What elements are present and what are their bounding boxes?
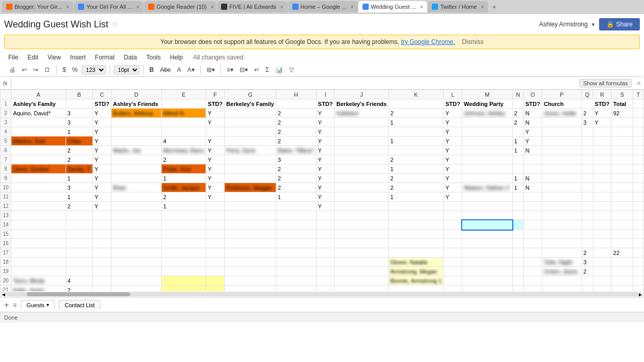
cell-r6-c12[interactable]	[462, 146, 512, 155]
cell-r11-c18[interactable]	[611, 192, 633, 202]
cell-r19-c1[interactable]	[66, 267, 92, 276]
cell-r3-c4[interactable]	[162, 118, 206, 127]
sum-button[interactable]: Σ	[263, 65, 271, 74]
cell-r16-c10[interactable]	[388, 239, 444, 248]
cell-r15-c6[interactable]	[225, 230, 276, 239]
chart-button[interactable]: 📊	[273, 65, 285, 74]
cell-r21-c16[interactable]	[582, 285, 593, 292]
menu-file[interactable]: File	[4, 52, 22, 63]
cell-r6-c4[interactable]: Morrissey, Barry	[162, 146, 206, 155]
cell-r17-c4[interactable]	[162, 248, 206, 258]
cell-r3-c13[interactable]: 2	[512, 118, 524, 127]
cell-r1-c14[interactable]: STD?	[524, 99, 542, 109]
tab-yourgirl-close[interactable]: ×	[136, 4, 139, 10]
cell-r21-c9[interactable]	[335, 285, 388, 292]
cell-r18-c1[interactable]	[66, 258, 92, 267]
col-header-o[interactable]: O	[524, 90, 542, 99]
col-header-t[interactable]: T	[633, 90, 643, 99]
cell-r7-c16[interactable]	[582, 155, 593, 164]
user-dropdown-icon[interactable]: ▾	[592, 21, 595, 28]
cell-r17-c11[interactable]	[444, 248, 462, 258]
cell-r6-c17[interactable]	[593, 146, 611, 155]
filter-button[interactable]: ▽	[287, 65, 296, 74]
redo-button[interactable]: ↪	[31, 65, 40, 74]
tab-blogger-close[interactable]: ×	[66, 4, 69, 10]
undo-button[interactable]: ↩	[20, 65, 29, 74]
cell-r8-c19[interactable]	[633, 164, 643, 174]
cell-r2-c6[interactable]	[225, 109, 276, 118]
menu-insert[interactable]: Insert	[66, 52, 90, 63]
col-header-i[interactable]: I	[316, 90, 335, 99]
cell-r17-c3[interactable]	[111, 248, 161, 258]
cell-r16-c4[interactable]	[162, 239, 206, 248]
cell-r15-c4[interactable]	[162, 230, 206, 239]
cell-r20-c15[interactable]	[542, 276, 582, 285]
cell-r15-c9[interactable]	[335, 230, 388, 239]
cell-r10-c12[interactable]: Watson, Nathan 2	[462, 183, 512, 192]
cell-r15-c8[interactable]	[316, 230, 335, 239]
cell-r14-c18[interactable]	[611, 220, 633, 230]
cell-r20-c11[interactable]	[444, 276, 462, 285]
cell-r21-c6[interactable]	[225, 285, 276, 292]
sheet-guests-dropdown[interactable]: ▾	[46, 302, 49, 308]
border-button[interactable]: ⊞▾	[205, 65, 217, 74]
new-tab-button[interactable]: +	[489, 1, 500, 12]
col-header-g[interactable]: G	[225, 90, 276, 99]
cell-r11-c14[interactable]	[524, 192, 542, 202]
cell-r5-c18[interactable]	[611, 137, 633, 146]
cell-r10-c1[interactable]: 3	[66, 183, 92, 192]
grid-scroll-area[interactable]: A B C D E F G H I J K L M N O P Q R S T	[0, 89, 644, 291]
cell-r14-c19[interactable]	[633, 220, 643, 230]
cell-r20-c17[interactable]	[593, 276, 611, 285]
cell-r7-c5[interactable]: Y	[206, 155, 225, 164]
cell-r17-c10[interactable]	[388, 248, 444, 258]
cell-r18-c6[interactable]	[225, 258, 276, 267]
cell-r17-c19[interactable]	[633, 248, 643, 258]
tab-five[interactable]: FIVE | Ali Edwards ×	[217, 1, 288, 12]
cell-r17-c12[interactable]	[462, 248, 512, 258]
cell-r8-c9[interactable]	[335, 164, 388, 174]
cell-r1-c13[interactable]	[512, 99, 524, 109]
tab-reader[interactable]: Google Reader (10) ×	[144, 1, 216, 12]
cell-r8-c10[interactable]: 1	[388, 164, 444, 174]
cell-r10-c19[interactable]	[633, 183, 643, 192]
cell-r14-c5[interactable]	[206, 220, 225, 230]
cell-r14-c0[interactable]	[11, 220, 66, 230]
cell-r3-c10[interactable]: 1	[388, 118, 444, 127]
cell-r18-c16[interactable]: 3	[582, 258, 593, 267]
cell-r17-c14[interactable]	[524, 248, 542, 258]
formula-bar-close[interactable]: ×	[637, 79, 641, 87]
cell-r19-c3[interactable]	[111, 267, 161, 276]
cell-r14-c16[interactable]	[582, 220, 593, 230]
cell-r19-c12[interactable]	[462, 267, 512, 276]
cell-r17-c0[interactable]	[11, 248, 66, 258]
cell-r11-c13[interactable]	[512, 192, 524, 202]
cell-r10-c3[interactable]: Brian	[111, 183, 161, 192]
cell-r5-c4[interactable]: 4	[162, 137, 206, 146]
cell-r3-c16[interactable]: 3	[582, 118, 593, 127]
cell-r19-c16[interactable]: 2	[582, 267, 593, 276]
cell-r10-c17[interactable]	[593, 183, 611, 192]
col-header-f[interactable]: F	[206, 90, 225, 99]
cell-r17-c18[interactable]: 22	[611, 248, 633, 258]
cell-r11-c4[interactable]: 2	[162, 192, 206, 202]
cell-r2-c13[interactable]: 2	[512, 109, 524, 118]
cell-r2-c16[interactable]: 2	[582, 109, 593, 118]
highlight-color-button[interactable]: A▾	[185, 65, 197, 74]
cell-r13-c19[interactable]	[633, 211, 643, 220]
cell-r8-c6[interactable]	[225, 164, 276, 174]
cell-r20-c13[interactable]	[512, 276, 524, 285]
cell-r13-c15[interactable]	[542, 211, 582, 220]
cell-r19-c10[interactable]: Armstrong, Megan	[388, 267, 444, 276]
cell-r19-c17[interactable]	[593, 267, 611, 276]
cell-r14-c14[interactable]	[524, 220, 542, 230]
cell-r5-c2[interactable]: Y	[92, 137, 111, 146]
cell-r3-c19[interactable]	[633, 118, 643, 127]
cell-r15-c16[interactable]	[582, 230, 593, 239]
cell-r17-c16[interactable]: 2	[582, 248, 593, 258]
cell-r21-c19[interactable]	[633, 285, 643, 292]
cell-r10-c16[interactable]	[582, 183, 593, 192]
cell-r16-c2[interactable]	[92, 239, 111, 248]
cell-r17-c2[interactable]	[92, 248, 111, 258]
cell-r15-c3[interactable]	[111, 230, 161, 239]
